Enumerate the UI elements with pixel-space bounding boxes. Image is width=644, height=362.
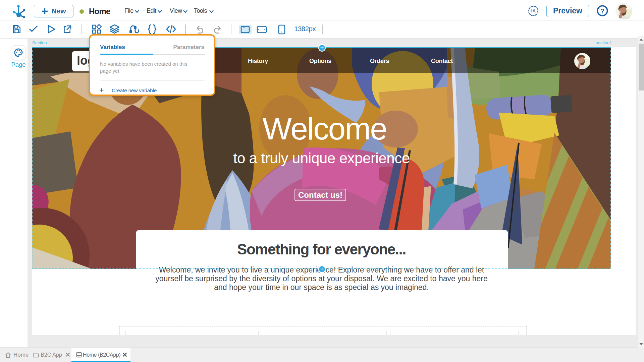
svg-text:?: ? [600, 7, 604, 15]
svg-text:1382px: 1382px [294, 25, 316, 33]
svg-text:IA: IA [531, 8, 536, 13]
